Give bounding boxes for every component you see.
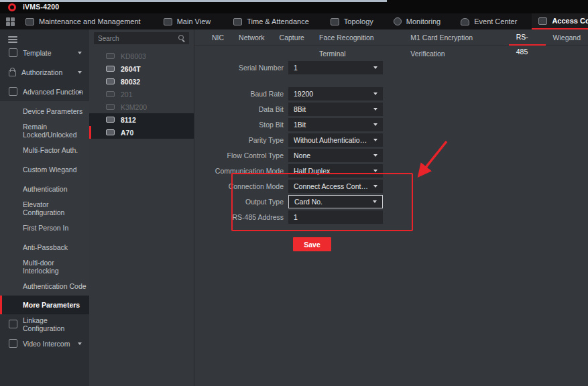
- chevron-down-icon: [78, 71, 82, 74]
- access-control-icon: [538, 17, 547, 25]
- sidebar-item-video-intercom[interactable]: Video Intercom: [0, 334, 89, 353]
- sub-item-label: Custom Wiegand: [23, 166, 77, 174]
- tab-maintenance-and-management[interactable]: Maintenance and Management: [25, 13, 141, 29]
- device-icon: [106, 91, 115, 97]
- maintenance-icon: [25, 18, 34, 25]
- device-icon: [106, 78, 115, 84]
- connection-mode-select[interactable]: Connect Access Control Device: [288, 180, 383, 193]
- communication-mode-label: Communication Mode: [194, 167, 288, 175]
- device-row-k3m200[interactable]: K3M200: [89, 101, 194, 113]
- tab-m1-card-encryption-verification[interactable]: M1 Card Encryption Verification: [403, 29, 508, 46]
- tab-rs-485[interactable]: RS-485: [509, 29, 546, 46]
- baud-rate-label: Baud Rate: [194, 90, 288, 98]
- sidebar-item-first-person-in[interactable]: First Person In: [0, 218, 89, 237]
- device-name: KD8003: [121, 52, 146, 60]
- device-list-panel: KD8003 2604T 80032 201 K3M200 8112: [89, 29, 194, 386]
- tab-label: Time & Attendance: [247, 17, 309, 25]
- sub-item-label: Remain Locked/Unlocked: [23, 123, 89, 139]
- tab-label: Event Center: [474, 17, 517, 25]
- data-bit-select[interactable]: 8Bit: [288, 103, 383, 116]
- main-view-icon: [164, 18, 172, 25]
- field-value: 1: [294, 64, 370, 72]
- main-nav-bar: Maintenance and Management Main View Tim…: [0, 13, 588, 29]
- advanced-function-icon: [9, 87, 17, 96]
- sidebar-item-template[interactable]: Template: [0, 43, 89, 62]
- sidebar-item-device-parameters[interactable]: Device Parameters: [0, 101, 89, 121]
- sub-item-label: First Person In: [23, 224, 68, 232]
- save-button[interactable]: Save: [293, 237, 331, 251]
- device-row-2604t[interactable]: 2604T: [89, 62, 194, 75]
- sidebar-item-advanced-function[interactable]: Advanced Function: [0, 82, 89, 101]
- tab-label: Topology: [344, 17, 373, 25]
- chevron-down-icon: [373, 92, 377, 95]
- sub-item-label: Authentication Code: [23, 282, 86, 290]
- lock-icon: [9, 70, 16, 76]
- field-value: Connect Access Control Device: [294, 182, 370, 190]
- field-value: 1: [294, 213, 377, 221]
- tab-network[interactable]: Network: [231, 29, 272, 46]
- device-name: K3M200: [121, 103, 147, 111]
- field-value: 19200: [294, 90, 370, 98]
- rs485-address-input[interactable]: 1: [288, 210, 383, 224]
- device-list: KD8003 2604T 80032 201 K3M200 8112: [89, 50, 194, 139]
- output-type-select[interactable]: Card No.: [288, 195, 383, 208]
- flow-control-type-label: Flow Control Type: [194, 151, 288, 159]
- device-row-80032[interactable]: 80032: [89, 75, 194, 88]
- device-row-8112[interactable]: 8112: [89, 113, 194, 126]
- sub-item-label: More Parameters: [23, 301, 80, 309]
- device-row-201[interactable]: 201: [89, 88, 194, 101]
- tab-wiegand[interactable]: Wiegand: [546, 29, 588, 46]
- chevron-up-icon: [78, 90, 82, 93]
- linkage-configuration-icon: [9, 320, 17, 328]
- stop-bit-select[interactable]: 1Bit: [288, 118, 383, 131]
- search-icon[interactable]: [178, 35, 185, 42]
- sidebar-item-multi-door-interlocking[interactable]: Multi-door Interlocking: [0, 257, 89, 276]
- tab-main-view[interactable]: Main View: [164, 13, 211, 29]
- communication-mode-select[interactable]: Half Duplex: [288, 164, 383, 178]
- sidebar-item-multi-factor-auth[interactable]: Multi-Factor Auth.: [0, 140, 89, 159]
- chevron-down-icon: [373, 185, 377, 188]
- tab-face-recognition-terminal[interactable]: Face Recognition Terminal: [312, 29, 403, 46]
- sidebar-item-remain-locked-unlocked[interactable]: Remain Locked/Unlocked: [0, 121, 89, 140]
- sidebar-item-custom-wiegand[interactable]: Custom Wiegand: [0, 159, 89, 179]
- tab-topology[interactable]: Topology: [331, 13, 373, 29]
- tab-access-control[interactable]: Access Control: [532, 13, 588, 29]
- device-icon: [106, 104, 115, 110]
- form-row: Communication Mode Half Duplex: [194, 164, 588, 178]
- background-window-edge: [0, 0, 387, 2]
- tab-event-center[interactable]: Event Center: [461, 13, 517, 29]
- modules-grid-icon[interactable]: [6, 17, 15, 26]
- tab-monitoring[interactable]: Monitoring: [394, 13, 440, 29]
- sidebar-item-more-parameters[interactable]: More Parameters: [0, 296, 89, 314]
- connection-mode-label: Connection Mode: [194, 182, 288, 190]
- device-name: A70: [121, 129, 133, 137]
- sidebar-item-authorization[interactable]: Authorization: [0, 62, 89, 82]
- event-center-icon: [461, 18, 469, 25]
- chevron-down-icon: [373, 108, 377, 111]
- serial-number-select[interactable]: 1: [288, 61, 383, 74]
- collapse-sidebar-icon[interactable]: [8, 36, 17, 43]
- main-content: NIC Network Capture Face Recognition Ter…: [194, 29, 588, 386]
- device-icon: [106, 117, 115, 123]
- device-row-kd8003[interactable]: KD8003: [89, 50, 194, 62]
- sidebar-item-authentication[interactable]: Authentication: [0, 179, 89, 198]
- sidebar-item-anti-passback[interactable]: Anti-Passback: [0, 237, 89, 257]
- parity-type-select[interactable]: Without Authentication and Wit...: [288, 133, 383, 147]
- baud-rate-select[interactable]: 19200: [288, 87, 383, 101]
- device-row-a70[interactable]: A70: [89, 126, 194, 139]
- sidebar-item-elevator-configuration[interactable]: Elevator Configuration: [0, 198, 89, 218]
- flow-control-type-select[interactable]: None: [288, 149, 383, 162]
- form-row: RS-485 Address 1: [194, 210, 588, 224]
- search-input[interactable]: [98, 35, 178, 42]
- tab-nic[interactable]: NIC: [204, 29, 231, 46]
- sidebar-item-linkage-configuration[interactable]: Linkage Configuration: [0, 314, 89, 334]
- sidebar-item-authentication-code[interactable]: Authentication Code: [0, 276, 89, 296]
- form-row: Flow Control Type None: [194, 149, 588, 162]
- field-value: 1Bit: [294, 121, 370, 129]
- field-value: Card No.: [294, 198, 369, 206]
- advanced-function-submenu: Device Parameters Remain Locked/Unlocked…: [0, 101, 89, 296]
- tab-capture[interactable]: Capture: [272, 29, 312, 46]
- tab-time-attendance[interactable]: Time & Attendance: [233, 13, 309, 29]
- video-intercom-icon: [9, 339, 17, 348]
- chevron-down-icon: [78, 342, 82, 345]
